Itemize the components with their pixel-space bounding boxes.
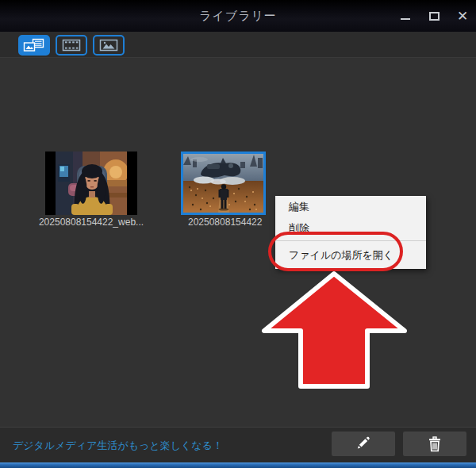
thumbnail-details-view-button[interactable] <box>18 35 50 56</box>
maximize-icon <box>429 12 440 21</box>
image-view-button[interactable] <box>93 35 125 56</box>
delete-button[interactable] <box>403 432 466 456</box>
filmstrip-view-button[interactable] <box>56 35 87 56</box>
maximize-button[interactable] <box>425 7 443 25</box>
library-window: ライブラリー ✕ <box>0 0 476 468</box>
context-menu-item-edit[interactable]: 編集 <box>275 196 426 217</box>
minimize-button[interactable] <box>397 7 414 25</box>
window-controls: ✕ <box>397 0 471 32</box>
edit-button[interactable] <box>332 432 395 456</box>
filmstrip-view-icon <box>62 38 81 52</box>
library-grid: 20250808154422_web... <box>0 59 476 427</box>
pencil-icon <box>354 436 373 452</box>
library-item-game-thumbnail-selected[interactable] <box>181 152 266 215</box>
toolbar <box>0 32 476 58</box>
footer-bar: デジタルメディア生活がもっと楽しくなる！ <box>0 427 476 462</box>
library-item-filename: 20250808154422 <box>188 217 262 228</box>
close-icon: ✕ <box>457 10 468 23</box>
view-mode-switcher <box>18 35 125 56</box>
title-bar: ライブラリー ✕ <box>0 0 476 32</box>
minimize-icon <box>401 18 410 20</box>
webcam-photo-image <box>56 152 127 215</box>
bottom-accent-strip <box>0 462 476 468</box>
library-item-filename: 20250808154422_web... <box>29 217 153 228</box>
close-button[interactable]: ✕ <box>454 7 471 25</box>
game-screenshot-image <box>183 154 263 213</box>
trash-icon <box>425 435 444 453</box>
thumbnail-details-view-icon <box>23 38 45 52</box>
annotation-red-arrow-icon <box>254 263 413 394</box>
library-item-webcam-thumbnail[interactable] <box>45 152 137 215</box>
promo-link[interactable]: デジタルメディア生活がもっと楽しくなる！ <box>13 439 223 453</box>
image-view-icon <box>99 38 118 52</box>
